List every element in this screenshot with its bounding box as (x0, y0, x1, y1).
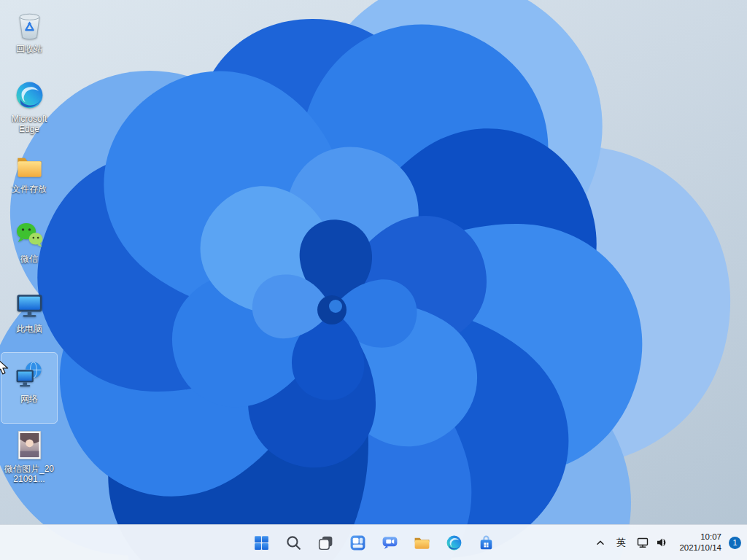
chat-button[interactable] (375, 528, 404, 557)
desktop-icon-wechat[interactable]: 微信 (1, 213, 57, 283)
desktop-icon-microsoft-edge[interactable]: Microsoft Edge (1, 73, 57, 143)
microsoft-store-icon (477, 534, 495, 552)
desktop-icon-label: Microsoft Edge (2, 114, 56, 134)
desktop-icon-label: 网络 (20, 394, 38, 404)
desktop-icon-label: 文件存放 (12, 184, 47, 194)
search-icon (285, 534, 303, 552)
desktop-icon-label: 此电脑 (16, 324, 42, 334)
edge-browser-button[interactable] (439, 528, 468, 557)
edge-browser-icon (445, 534, 463, 552)
wallpaper-bloom-graphic (0, 0, 747, 560)
windows-logo-icon (252, 534, 271, 552)
desktop[interactable]: 回收站 Microsoft Edge (0, 0, 747, 560)
tray-overflow-button[interactable] (590, 528, 611, 557)
image-thumbnail-icon (12, 428, 46, 462)
wechat-icon (12, 218, 46, 252)
taskbar-center-group (247, 528, 500, 557)
this-pc-icon (12, 288, 46, 322)
desktop-icon-file-storage[interactable]: 文件存放 (1, 143, 57, 213)
widgets-button[interactable] (343, 528, 372, 557)
task-view-button[interactable] (311, 528, 340, 557)
desktop-icon-label: 回收站 (16, 44, 42, 54)
folder-icon (12, 148, 46, 182)
volume-icon (655, 536, 668, 549)
desktop-icon-network[interactable]: 网络 (1, 353, 57, 423)
mouse-cursor (0, 358, 9, 377)
desktop-icon-this-pc[interactable]: 此电脑 (1, 283, 57, 353)
file-explorer-icon (413, 534, 431, 552)
microsoft-edge-icon (12, 78, 46, 112)
network-volume-button[interactable] (631, 528, 673, 557)
network-tray-icon (636, 536, 649, 549)
desktop-icon-wechat-image-file[interactable]: 微信图片_2021091... (1, 423, 57, 493)
clock-date: 2021/10/14 (679, 542, 721, 553)
search-button[interactable] (279, 528, 308, 557)
chat-icon (381, 534, 399, 552)
tray-clock[interactable]: 10:07 2021/10/14 (673, 528, 727, 557)
desktop-icon-recycle-bin[interactable]: 回收站 (1, 3, 57, 73)
notification-badge[interactable]: 1 (729, 537, 741, 549)
desktop-icon-grid: 回收站 Microsoft Edge (1, 3, 57, 493)
taskbar: 英 10:07 2021/10/14 1 (0, 524, 747, 560)
network-icon (12, 358, 46, 392)
clock-time: 10:07 (700, 532, 721, 542)
desktop-icon-label: 微信 (20, 254, 38, 264)
chevron-up-icon (595, 537, 606, 548)
start-button[interactable] (247, 528, 276, 557)
file-explorer-button[interactable] (407, 528, 436, 557)
ime-indicator[interactable]: 英 (611, 528, 631, 557)
system-tray: 英 10:07 2021/10/14 1 (590, 525, 746, 560)
microsoft-store-button[interactable] (471, 528, 500, 557)
widgets-icon (349, 534, 367, 552)
recycle-bin-icon (12, 8, 46, 42)
task-view-icon (317, 534, 335, 552)
desktop-icon-label: 微信图片_2021091... (2, 464, 56, 484)
